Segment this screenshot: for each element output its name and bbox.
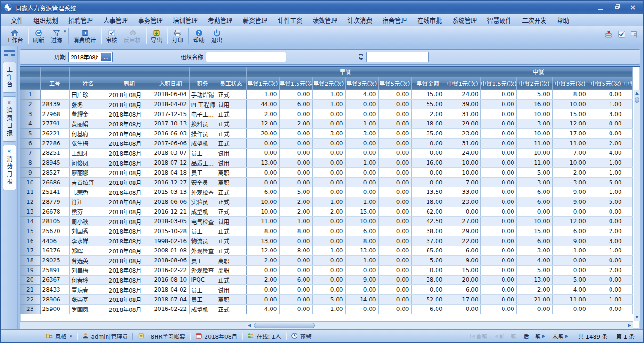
cell-emp-status[interactable]: 正式 bbox=[216, 197, 246, 207]
cell-bf-amount[interactable]: 0.00 bbox=[411, 138, 445, 148]
cell-bf-3[interactable]: 0.00 bbox=[345, 304, 378, 314]
cell-ln-1-5[interactable]: 0.00 bbox=[480, 226, 516, 236]
cell-bf-1-5[interactable]: 0.00 bbox=[279, 236, 312, 246]
cell-bf-1-5[interactable]: 0.00 bbox=[279, 138, 312, 148]
menu-item-10[interactable]: 计次消费 bbox=[342, 14, 377, 26]
cell-ln-3[interactable]: 0.00 bbox=[552, 304, 588, 314]
cell-period[interactable]: 2018年08月 bbox=[107, 90, 152, 100]
cell-ln-amount-partial[interactable] bbox=[624, 158, 632, 168]
cell-name[interactable]: 周小秋 bbox=[69, 217, 107, 226]
cell-period[interactable]: 2018年08月 bbox=[107, 138, 152, 148]
cell-bf-1[interactable]: 0.00 bbox=[246, 294, 279, 304]
menu-item-2[interactable]: 招聘管理 bbox=[63, 14, 98, 26]
cell-ln-1-5[interactable]: 0.00 bbox=[480, 100, 516, 109]
cell-ln-1[interactable]: 23.00 bbox=[445, 197, 480, 207]
cell-job-title[interactable]: 员工 bbox=[189, 226, 216, 236]
cell-ln-1-5[interactable]: 0.00 bbox=[480, 177, 516, 187]
cell-bf-5[interactable]: 0.00 bbox=[378, 207, 411, 217]
cell-ln-1-5[interactable]: 0.00 bbox=[480, 304, 516, 314]
cell-ln-1-5[interactable]: 0.00 bbox=[480, 158, 516, 168]
cell-ln-2[interactable]: 6.00 bbox=[516, 236, 552, 246]
cell-emp-no[interactable]: 28105 bbox=[40, 217, 69, 226]
cell-ln-2[interactable]: 5.00 bbox=[516, 168, 552, 178]
cell-bf-1[interactable]: 10.00 bbox=[246, 197, 279, 207]
cell-ln-1[interactable]: 27.00 bbox=[445, 217, 480, 226]
cell-bf-amount[interactable]: 38.00 bbox=[411, 275, 445, 285]
cell-emp-no[interactable]: 28527 bbox=[40, 168, 69, 178]
cell-hire-date[interactable]: 2016-02-22 bbox=[152, 265, 189, 275]
tab-close-icon[interactable]: × bbox=[7, 149, 11, 154]
cell-ln-2[interactable]: 5.00 bbox=[516, 265, 552, 275]
cell-ln-amount-partial[interactable] bbox=[624, 207, 632, 217]
column-header-ln-2[interactable]: 中餐2元(次) bbox=[516, 77, 552, 90]
cell-bf-amount[interactable]: 62.00 bbox=[411, 207, 445, 217]
column-header-emp-no[interactable]: 工号 bbox=[40, 77, 69, 90]
menu-item-6[interactable]: 考勤管理 bbox=[203, 14, 238, 26]
cell-ln-3[interactable]: 1.00 bbox=[552, 246, 588, 256]
cell-ln-2[interactable]: 4.00 bbox=[516, 256, 552, 266]
cell-emp-status[interactable]: 离职 bbox=[216, 168, 246, 178]
column-header-bf-1[interactable]: 早餐1元(次) bbox=[246, 77, 279, 90]
cell-hire-date[interactable]: 2016-12-21 bbox=[152, 207, 189, 217]
cell-bf-amount[interactable]: 16.00 bbox=[411, 158, 445, 168]
cell-ln-2[interactable]: 10.00 bbox=[516, 109, 552, 119]
cell-bf-5[interactable]: 0.00 bbox=[378, 236, 411, 246]
cell-bf-amount[interactable]: 52.00 bbox=[411, 294, 445, 304]
cell-bf-1[interactable]: 2.00 bbox=[246, 256, 279, 266]
cell-ln-1-5[interactable]: 0.00 bbox=[480, 217, 516, 226]
cell-name[interactable]: 覃琼春 bbox=[69, 285, 107, 295]
cell-bf-1-5[interactable]: 6.00 bbox=[279, 100, 312, 109]
cell-bf-5[interactable]: 0.00 bbox=[378, 275, 411, 285]
cell-ln-3[interactable]: 2.00 bbox=[552, 168, 588, 178]
cell-emp-status[interactable]: 试用 bbox=[216, 285, 246, 295]
cell-ln-3[interactable]: 12.00 bbox=[552, 119, 588, 129]
cell-ln-1[interactable]: 10.00 bbox=[445, 158, 480, 168]
grid-settings-icon[interactable] bbox=[630, 30, 638, 38]
cell-ln-2[interactable]: 11.00 bbox=[516, 158, 552, 168]
status-item-2[interactable]: T8HR学习帐套 bbox=[133, 332, 190, 341]
row-number-cell[interactable]: 14 bbox=[20, 217, 40, 226]
cell-bf-amount[interactable]: 0.00 bbox=[411, 177, 445, 187]
cell-bf-5[interactable]: 0.00 bbox=[378, 304, 411, 314]
row-number-cell[interactable]: 18 bbox=[20, 256, 40, 266]
sidebar-tab-工作台[interactable]: 工作台 bbox=[3, 62, 16, 93]
cell-ln-3[interactable]: 15.00 bbox=[552, 109, 588, 119]
cell-hire-date[interactable]: 1998-02-16 bbox=[152, 236, 189, 246]
cell-emp-no[interactable]: 28945 bbox=[40, 158, 69, 168]
cell-period[interactable]: 2018年08月 bbox=[107, 256, 152, 266]
cell-ln-2[interactable]: 0.00 bbox=[516, 207, 552, 217]
cell-bf-5[interactable]: 0.00 bbox=[378, 109, 411, 119]
cell-ln-3[interactable]: 9.00 bbox=[552, 197, 588, 207]
cell-ln-3[interactable]: 9.00 bbox=[552, 236, 588, 246]
cell-ln-3[interactable]: 0.00 bbox=[552, 265, 588, 275]
cell-bf-amount[interactable]: 55.00 bbox=[411, 100, 445, 109]
cell-ln-1-5[interactable]: 0.00 bbox=[480, 197, 516, 207]
dropdown-arrow-icon[interactable]: ▾ bbox=[70, 334, 72, 339]
cell-ln-2[interactable]: 3.00 bbox=[516, 177, 552, 187]
cell-bf-1[interactable]: 0.00 bbox=[246, 265, 279, 275]
cell-bf-amount[interactable]: 0.00 bbox=[411, 285, 445, 295]
cell-emp-no[interactable]: 28433 bbox=[40, 285, 69, 295]
row-number-cell[interactable]: 12 bbox=[20, 197, 40, 207]
cell-bf-2[interactable]: 0.00 bbox=[312, 177, 345, 187]
cell-bf-5[interactable]: 0.00 bbox=[378, 217, 411, 226]
row-number-cell[interactable]: 2 bbox=[20, 100, 40, 109]
cell-bf-5[interactable]: 0.00 bbox=[378, 294, 411, 304]
column-header-hire-date[interactable]: 入职日期 bbox=[152, 77, 189, 90]
cell-bf-5[interactable]: 0.00 bbox=[378, 256, 411, 266]
cell-ln-5[interactable]: 1.00 bbox=[588, 100, 624, 109]
cell-name[interactable]: 肖江 bbox=[69, 197, 107, 207]
last-record-button[interactable]: 末笔 bbox=[550, 332, 573, 340]
cell-ln-1[interactable]: 15.00 bbox=[445, 265, 480, 275]
cell-ln-1[interactable]: 23.00 bbox=[445, 129, 480, 139]
cell-hire-date[interactable]: 2018-03-07 bbox=[152, 148, 189, 158]
column-header-name[interactable]: 姓名 bbox=[69, 77, 107, 90]
cell-ln-1[interactable]: 31.00 bbox=[445, 138, 480, 148]
cell-period[interactable]: 2018年08月 bbox=[107, 226, 152, 236]
cell-bf-amount[interactable]: 0.00 bbox=[411, 148, 445, 158]
cell-emp-no[interactable]: 26678 bbox=[40, 207, 69, 217]
cell-emp-no[interactable]: 28779 bbox=[40, 197, 69, 207]
cell-ln-2[interactable]: 5.00 bbox=[516, 90, 552, 100]
cell-ln-5[interactable]: 0.00 bbox=[588, 90, 624, 100]
cell-ln-2[interactable]: 15.00 bbox=[516, 226, 552, 236]
